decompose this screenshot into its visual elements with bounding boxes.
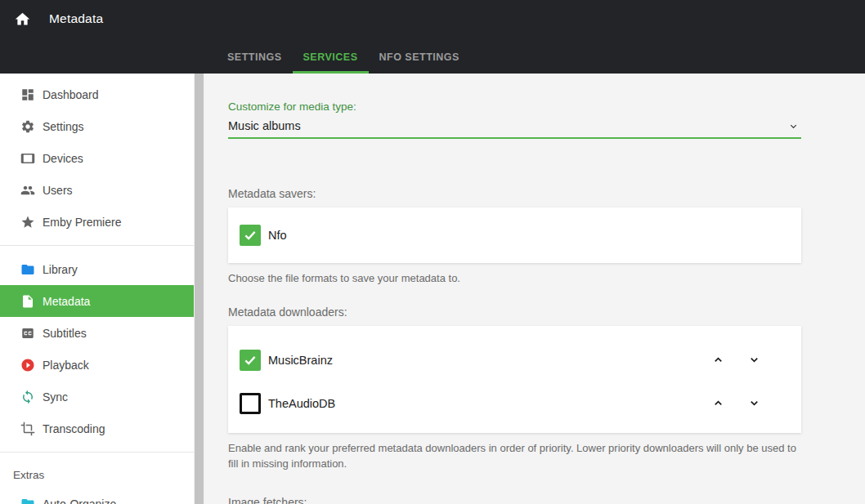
tab-nfo-settings[interactable]: NFO SETTINGS <box>369 47 470 74</box>
sidebar-divider <box>0 452 194 453</box>
nfo-checkbox[interactable] <box>240 225 261 246</box>
play-circle-icon <box>20 358 35 372</box>
chevron-down-icon <box>748 354 760 366</box>
sidebar-item-label: Metadata <box>43 295 90 308</box>
saver-row-nfo[interactable]: Nfo <box>240 225 790 246</box>
sidebar-item-label: Transcoding <box>43 422 105 435</box>
sidebar: Dashboard Settings Devices Users <box>0 74 194 504</box>
home-icon <box>14 11 31 28</box>
downloader-label: TheAudioDB <box>268 397 335 410</box>
metadata-downloaders-label: Metadata downloaders: <box>228 306 801 319</box>
sidebar-item-dashboard[interactable]: Dashboard <box>0 78 194 110</box>
sidebar-item-label: Playback <box>43 359 89 372</box>
sidebar-item-label: Subtitles <box>43 327 87 340</box>
sidebar-item-subtitles[interactable]: Subtitles <box>0 317 194 349</box>
sidebar-item-metadata[interactable]: Metadata <box>0 285 194 317</box>
move-up-button[interactable] <box>700 346 736 375</box>
sidebar-item-settings[interactable]: Settings <box>0 110 194 142</box>
folder-icon <box>20 262 35 277</box>
topbar: Metadata SETTINGS SERVICES NFO SETTINGS <box>0 0 865 74</box>
metadata-savers-card: Nfo <box>228 207 801 263</box>
sidebar-item-library[interactable]: Library <box>0 253 194 285</box>
media-type-label: Customize for media type: <box>228 100 801 113</box>
sidebar-scrollbar[interactable] <box>194 74 204 504</box>
metadata-savers-label: Metadata savers: <box>228 187 801 200</box>
sidebar-item-transcoding[interactable]: Transcoding <box>0 413 194 444</box>
chevron-down-icon <box>789 122 798 131</box>
chevron-down-icon <box>748 397 760 409</box>
sidebar-scrollbar-thumb[interactable] <box>195 74 204 504</box>
theaudiodb-checkbox[interactable] <box>240 393 261 414</box>
downloaders-help-text: Enable and rank your preferred metadata … <box>228 440 801 471</box>
page-title: Metadata <box>49 11 103 26</box>
checkmark-icon <box>243 353 258 368</box>
media-type-select[interactable]: Music albums <box>228 113 801 139</box>
sidebar-item-devices[interactable]: Devices <box>0 142 194 174</box>
closed-caption-icon <box>20 326 35 341</box>
gear-icon <box>20 119 35 134</box>
main-content: Customize for media type: Music albums M… <box>204 74 865 504</box>
savers-help-text: Choose the file formats to save your met… <box>228 270 801 286</box>
sidebar-item-auto-organize[interactable]: Auto-Organize <box>0 488 194 504</box>
tab-bar: SETTINGS SERVICES NFO SETTINGS <box>217 47 470 74</box>
metadata-downloaders-card: MusicBrainz TheAudioDB <box>228 326 801 433</box>
users-icon <box>20 183 35 198</box>
emby-metadata-settings-page: Metadata SETTINGS SERVICES NFO SETTINGS … <box>0 0 865 504</box>
sidebar-item-label: Library <box>43 263 78 276</box>
crop-icon <box>20 421 35 436</box>
folder-icon <box>20 497 35 504</box>
dashboard-icon <box>20 87 35 102</box>
sync-icon <box>20 390 35 404</box>
star-icon <box>20 215 35 230</box>
sidebar-item-label: Auto-Organize <box>43 497 116 504</box>
media-type-selected-value: Music albums <box>228 119 301 132</box>
downloader-row-theaudiodb[interactable]: TheAudioDB <box>240 381 790 425</box>
sidebar-section-extras: Extras <box>0 460 194 488</box>
move-down-button[interactable] <box>736 346 772 375</box>
downloader-row-musicbrainz[interactable]: MusicBrainz <box>240 338 790 381</box>
tab-settings[interactable]: SETTINGS <box>217 47 293 74</box>
tab-services[interactable]: SERVICES <box>293 47 369 74</box>
move-up-button[interactable] <box>700 389 736 418</box>
sidebar-item-label: Emby Premiere <box>43 216 121 229</box>
move-down-button[interactable] <box>736 389 772 418</box>
sidebar-item-users[interactable]: Users <box>0 174 194 206</box>
document-icon <box>20 294 35 309</box>
saver-label: Nfo <box>268 229 287 242</box>
sidebar-item-label: Users <box>43 184 73 197</box>
chevron-up-icon <box>712 354 724 366</box>
musicbrainz-checkbox[interactable] <box>240 350 261 371</box>
image-fetchers-label: Image fetchers: <box>228 496 801 504</box>
sidebar-item-sync[interactable]: Sync <box>0 381 194 413</box>
page-body: Dashboard Settings Devices Users <box>0 74 865 504</box>
sidebar-item-label: Devices <box>43 152 83 165</box>
sidebar-item-label: Dashboard <box>43 88 99 101</box>
topbar-row: Metadata <box>0 0 865 38</box>
sidebar-item-emby-premiere[interactable]: Emby Premiere <box>0 206 194 238</box>
devices-icon <box>20 151 35 166</box>
sidebar-item-label: Settings <box>43 120 84 133</box>
checkmark-icon <box>243 228 258 243</box>
sidebar-divider <box>0 245 194 246</box>
home-button[interactable] <box>14 9 34 29</box>
sidebar-item-playback[interactable]: Playback <box>0 349 194 381</box>
sidebar-item-label: Sync <box>43 390 68 404</box>
chevron-up-icon <box>712 397 724 409</box>
downloader-label: MusicBrainz <box>268 354 333 367</box>
